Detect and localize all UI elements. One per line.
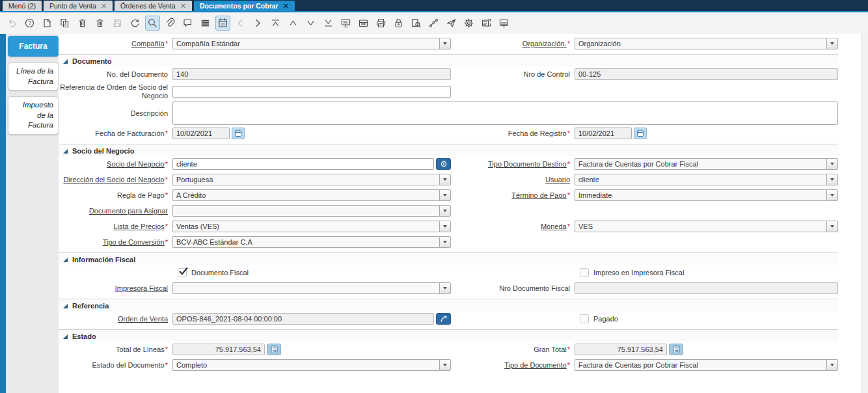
chat-button[interactable] <box>180 16 195 31</box>
window-tab-menu[interactable]: Menú (2) <box>3 1 42 11</box>
user-combobox[interactable]: cliente <box>575 174 838 185</box>
close-icon[interactable]: ✕ <box>180 3 186 10</box>
vertical-scrollbar[interactable] <box>861 33 868 393</box>
chevron-down-icon[interactable] <box>439 38 451 49</box>
chevron-down-icon[interactable] <box>826 359 838 371</box>
tab-impuesto-de-la-factura[interactable]: Impuesto de la Factura <box>8 96 59 135</box>
pagado-checkbox[interactable] <box>580 314 589 323</box>
moneda-label-link[interactable]: Moneda <box>541 223 567 230</box>
documento-fiscal-checkbox[interactable] <box>178 268 187 277</box>
target-doctype-combobox[interactable]: Factura de Cuentas por Cobrar Fiscal <box>575 158 838 170</box>
chevron-down-icon[interactable] <box>439 174 451 185</box>
chevron-down-icon[interactable] <box>439 359 451 371</box>
process-button[interactable] <box>461 16 476 31</box>
control-no-field[interactable]: 00-125 <box>575 68 838 80</box>
assign-document-combobox[interactable] <box>172 205 451 217</box>
chevron-down-icon[interactable] <box>826 38 838 49</box>
currency-combobox[interactable]: VES <box>575 221 838 232</box>
document-status-combobox[interactable]: Completo <box>172 359 451 371</box>
section-estado[interactable]: Estado <box>59 329 838 342</box>
section-socio-del-negocio[interactable]: Socio del Negocio <box>59 144 838 156</box>
quick-form-button[interactable] <box>496 16 511 31</box>
chevron-down-icon[interactable] <box>439 205 451 217</box>
documento-asignar-label-link[interactable]: Documento para Asignar <box>89 207 168 215</box>
calculator-icon[interactable] <box>669 344 683 355</box>
price-list-combobox[interactable]: Ventas (VES) <box>172 221 451 232</box>
tipo-documento-label-link[interactable]: Tipo de Documento <box>504 361 567 369</box>
toggle-grid-button[interactable] <box>198 16 213 31</box>
usuario-label-link[interactable]: Usuario <box>545 176 570 183</box>
termino-pago-label-link[interactable]: Término de Pago <box>511 191 566 199</box>
chevron-down-icon[interactable] <box>439 221 451 232</box>
last-record-button[interactable] <box>321 16 336 31</box>
print-button[interactable] <box>373 16 388 31</box>
first-record-button[interactable] <box>268 16 283 31</box>
orden-venta-label-link[interactable]: Orden de Venta <box>118 315 168 323</box>
find-button[interactable] <box>145 16 160 31</box>
lock-button[interactable] <box>391 16 406 31</box>
conversion-type-combobox[interactable]: BCV-ABC Estándar C.A <box>172 236 451 248</box>
socio-label-link[interactable]: Socio del Negocio <box>107 160 165 168</box>
new-record-button[interactable] <box>40 16 55 31</box>
archive-button[interactable] <box>356 16 371 31</box>
delete-record-button[interactable] <box>75 16 90 31</box>
fiscal-document-no-field[interactable] <box>575 282 838 294</box>
grand-total-field[interactable]: 75.917.563,54 <box>575 344 667 355</box>
detail-record-button[interactable] <box>303 16 318 31</box>
total-lines-field[interactable]: 75.917.563,54 <box>172 344 265 355</box>
parent-record-button[interactable] <box>286 16 301 31</box>
invoice-date-field[interactable]: 10/02/2021 <box>172 128 230 139</box>
zoom-sales-order-icon[interactable] <box>436 313 451 325</box>
partner-location-combobox[interactable]: Portuguesa <box>172 174 451 185</box>
close-icon[interactable]: ✕ <box>283 3 289 10</box>
document-no-field[interactable]: 140 <box>172 68 451 80</box>
tab-linea-de-la-factura[interactable]: Línea de la Factura <box>8 62 59 90</box>
document-type-combobox[interactable]: Factura de Cuentas por Cobrar Fiscal <box>575 359 838 371</box>
help-button[interactable]: ? <box>22 16 37 31</box>
report-button[interactable] <box>338 16 353 31</box>
account-date-field[interactable]: 10/02/2021 <box>575 128 632 139</box>
section-referencia[interactable]: Referencia <box>59 299 838 311</box>
chevron-down-icon[interactable] <box>439 189 451 201</box>
direccion-label-link[interactable]: Dirección del Socio del Negocio <box>63 176 164 183</box>
compania-label-link[interactable]: Compañía <box>131 40 165 47</box>
history-button[interactable]: 31 <box>215 16 230 31</box>
chevron-down-icon[interactable] <box>439 282 451 294</box>
tab-factura[interactable]: Factura <box>8 36 59 57</box>
delete-selection-button[interactable] <box>92 16 107 31</box>
calendar-icon[interactable] <box>232 128 245 139</box>
chevron-down-icon[interactable] <box>826 189 838 201</box>
chevron-down-icon[interactable] <box>826 158 838 170</box>
section-informacion-fiscal[interactable]: Información Fiscal <box>59 252 838 265</box>
impreso-impresora-fiscal-checkbox[interactable] <box>580 268 589 277</box>
lista-precios-label-link[interactable]: Lista de Precios <box>113 223 164 230</box>
chevron-down-icon[interactable] <box>439 236 451 248</box>
close-icon[interactable]: ✕ <box>101 3 107 10</box>
bpartner-search-icon[interactable] <box>436 158 451 170</box>
organizacion-combobox[interactable]: Organización <box>575 38 838 49</box>
workflow-button[interactable] <box>426 16 441 31</box>
section-documento[interactable]: Documento <box>59 54 838 66</box>
description-textarea[interactable] <box>172 102 838 125</box>
attachment-button[interactable] <box>163 16 178 31</box>
window-tab-ordenes-de-venta[interactable]: Órdenes de Venta ✕ <box>115 1 192 11</box>
payment-term-combobox[interactable]: Immediate <box>575 189 838 201</box>
send-mail-button[interactable] <box>444 16 459 31</box>
impresora-fiscal-label-link[interactable]: Impresora Fiscal <box>115 284 168 292</box>
business-partner-field[interactable]: cliente <box>172 158 434 170</box>
window-tab-punto-de-venta[interactable]: Punto de Venta ✕ <box>44 1 113 11</box>
refresh-button[interactable] <box>128 16 142 31</box>
chevron-down-icon[interactable] <box>826 221 838 232</box>
tipo-doc-destino-label-link[interactable]: Tipo Documento Destino <box>488 160 567 168</box>
calculator-icon[interactable] <box>267 344 281 355</box>
chevron-down-icon[interactable] <box>826 174 838 185</box>
payment-rule-combobox[interactable]: A Crédito <box>172 189 451 201</box>
sales-order-field[interactable]: OPOS-846_2021-08-04 00:00:00 <box>172 313 434 325</box>
fiscal-printer-combobox[interactable] <box>172 282 451 294</box>
calendar-icon[interactable] <box>634 128 647 139</box>
next-record-button[interactable] <box>251 16 265 31</box>
zoom-across-button[interactable] <box>409 16 424 31</box>
tipo-conversion-label-link[interactable]: Tipo de Conversión <box>103 238 165 246</box>
window-tab-documentos-por-cobrar[interactable]: Documentos por Cobrar ✕ <box>194 1 295 11</box>
organizacion-label-link[interactable]: Organización. <box>522 40 567 47</box>
